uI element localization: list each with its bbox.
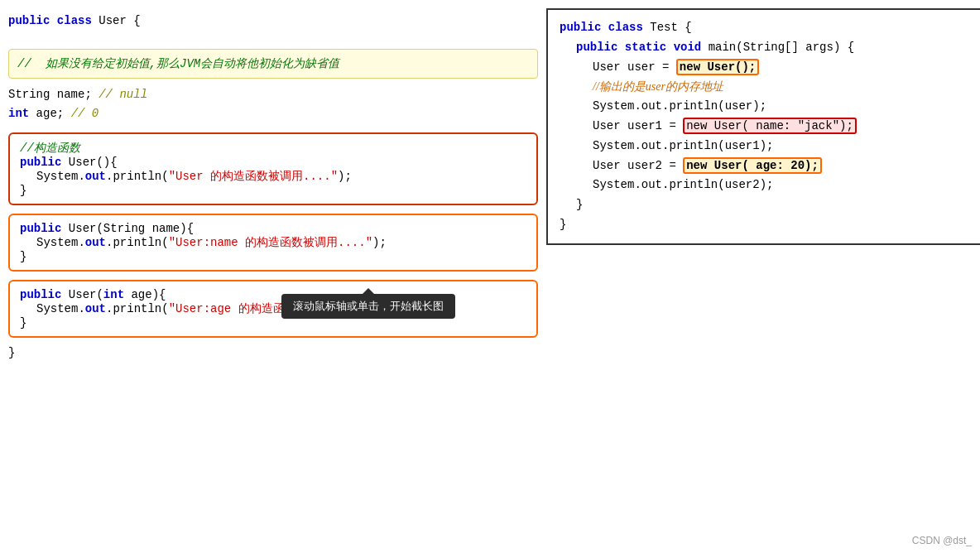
- right-panel: public class Test { public static void m…: [546, 8, 980, 545]
- println-user2: System.out.println(user2);: [560, 176, 972, 195]
- test-class-decl: public class Test {: [560, 18, 972, 38]
- new-user1-highlight: new User( name: "jack");: [683, 118, 857, 134]
- constructor2-sig: public User(String name){: [20, 222, 526, 235]
- line-age: int age; // 0: [8, 104, 538, 123]
- line-class-decl: public class User {: [8, 12, 538, 30]
- watermark: CSDN @dst_: [912, 535, 972, 546]
- constructor1-sig: public User(){: [20, 156, 526, 169]
- left-panel: public class User { // 如果没有给定初始值,那么JVM会自…: [8, 8, 538, 545]
- println-user1: System.out.println(user1);: [560, 137, 972, 156]
- constructor1-body: System.out.println("User 的构造函数被调用....");: [20, 169, 526, 184]
- constructor1-box: //构造函数 public User(){ System.out.println…: [8, 132, 538, 205]
- class-close-brace: }: [8, 346, 538, 359]
- main-close: }: [560, 195, 972, 215]
- println-user: System.out.println(user);: [560, 97, 972, 117]
- user1-decl: User user1 = new User( name: "jack");: [560, 117, 972, 137]
- test-close: }: [560, 215, 972, 235]
- comment-box: // 如果没有给定初始值,那么JVM会自动将他初始化为缺省值: [8, 49, 538, 79]
- right-code-box: public class Test { public static void m…: [546, 8, 980, 245]
- constructor1-close: }: [20, 184, 526, 197]
- top-code-block: public class User { // 如果没有给定初始值,那么JVM会自…: [8, 8, 538, 126]
- constructor3-box: public User(int age){ System.out.println…: [8, 280, 538, 338]
- line-name: String name; // null: [8, 85, 538, 103]
- tooltip-text: 滚动鼠标轴或单击，开始截长图: [293, 300, 444, 312]
- constructor2-body: System.out.println("User:name 的构造函数被调用..…: [20, 235, 526, 250]
- comment-init: // 如果没有给定初始值,那么JVM会自动将他初始化为缺省值: [17, 55, 529, 73]
- constructor1-comment: //构造函数: [20, 141, 526, 156]
- screenshot-tooltip[interactable]: 滚动鼠标轴或单击，开始截长图: [281, 294, 455, 319]
- new-user-highlight: new User();: [676, 59, 759, 75]
- main-container: public class User { // 如果没有给定初始值,那么JVM会自…: [0, 0, 980, 553]
- main-decl: public static void main(String[] args) {: [560, 38, 972, 58]
- user-decl: User user = new User();: [560, 58, 972, 78]
- user2-decl: User user2 = new User( age: 20);: [560, 156, 972, 176]
- new-user2-highlight: new User( age: 20);: [683, 157, 822, 174]
- constructor2-close: }: [20, 250, 526, 263]
- constructor2-box: public User(String name){ System.out.pri…: [8, 214, 538, 272]
- comment-memory: //输出的是user的内存地址: [560, 77, 972, 97]
